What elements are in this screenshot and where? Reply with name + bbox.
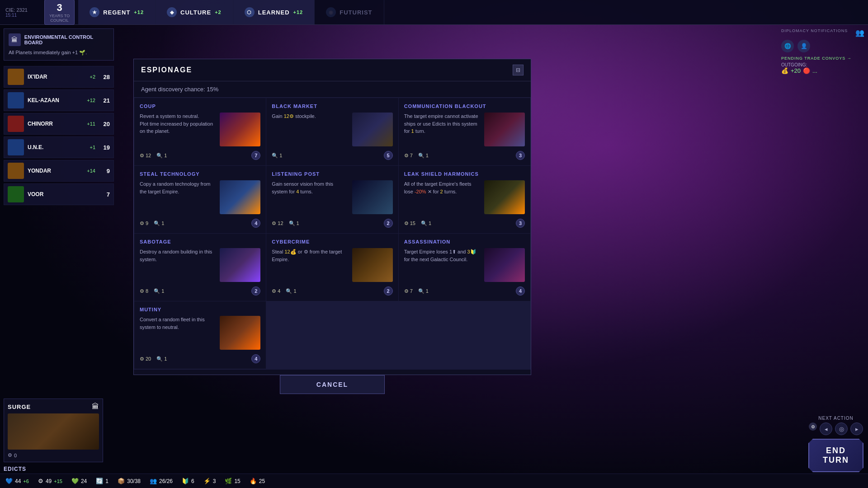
card-title-assassination: ASSASSINATION [404, 239, 525, 244]
card-image-sabotage [220, 248, 260, 282]
cost-gear-stealthech: ⚙9 [140, 221, 148, 226]
agent-icon: 🔍 [154, 221, 160, 226]
stat-val-8: 15 [234, 478, 240, 484]
card-desc-commblackout: The target empire cannot activate ships … [404, 113, 480, 146]
modal-footer: CANCEL [134, 369, 531, 399]
card-coup[interactable]: COUP Revert a system to neutral.Plot tim… [134, 98, 266, 165]
faction-name-ixidar: IX'IDAR [28, 74, 86, 80]
modal-close-button[interactable]: ⊟ [513, 65, 524, 75]
stat-icon-4: 📦 [118, 478, 125, 484]
cancel-button[interactable]: CANCEL [280, 375, 385, 394]
faction-name-kelazaan: KEL-AZAAN [28, 97, 83, 103]
card-desc-mutiny: Convert a random fleet in this system to… [140, 316, 215, 350]
card-footer-cybercrime: ⚙4 🔍1 2 [272, 286, 392, 296]
tab-learned[interactable]: ⬡ LEARNED +12 [233, 0, 315, 24]
faction-score-une: 19 [99, 144, 110, 151]
card-title-sabotage: SABOTAGE [140, 239, 260, 244]
card-body-mutiny: Convert a random fleet in this system to… [140, 316, 260, 350]
faction-item-yondar[interactable]: YONDAR +14 9 [4, 160, 114, 182]
action-target[interactable]: ◎ [835, 422, 848, 435]
cost-agent-coup: 🔍1 [156, 153, 167, 159]
card-commblackout[interactable]: COMMUNICATION BLACKOUT The target empire… [399, 98, 530, 165]
turn-number: 3 [49, 2, 70, 14]
cost-gear-mutiny: ⚙20 [140, 356, 151, 362]
card-image-leakshield [484, 180, 525, 214]
card-blackmarket[interactable]: BLACK MARKET Gain 12⚙ stockpile. 🔍1 5 [266, 98, 398, 165]
diplo-icon-2: 👤 [797, 40, 810, 52]
tab-futurist[interactable]: ◉ FUTURIST [315, 0, 384, 24]
card-sabotage[interactable]: SABOTAGE Destroy a random building in th… [134, 234, 266, 301]
people-icon: 👥 [855, 28, 864, 37]
card-title-leakshield: LEAK SHIELD HARMONICS [404, 171, 525, 177]
cie-time: 15:11 [5, 13, 35, 18]
bottom-left-panel: SURGE 🏛 ⚙ 0 EDICTS [4, 399, 103, 472]
action-nav-left[interactable]: ◂ [820, 422, 832, 435]
gear-icon: ⚙ [272, 288, 276, 294]
end-turn-button[interactable]: ENDTURN [808, 439, 863, 472]
tab-culture[interactable]: ◈ CULTURE +2 [156, 0, 233, 24]
cards-grid: COUP Revert a system to neutral.Plot tim… [134, 98, 531, 369]
cie-info: CIE: 2321 15:11 [0, 7, 41, 18]
card-level-commblackout: 3 [516, 151, 525, 160]
faction-item-chinorr[interactable]: CHINORR +11 20 [4, 113, 114, 135]
card-costs-assassination: ⚙7 🔍1 [404, 288, 429, 294]
faction-name-yondar: YONDAR [28, 168, 83, 174]
card-costs-sabotage: ⚙8 🔍1 [140, 288, 164, 294]
surge-panel: SURGE 🏛 ⚙ 0 [4, 399, 103, 462]
agent-icon: 🔍 [272, 153, 278, 159]
cost-agent-commblackout: 🔍1 [418, 153, 429, 159]
stat-icon-9: 🔥 [250, 478, 257, 484]
card-listening[interactable]: LISTENING POST Gain sensor vision from t… [266, 166, 398, 233]
gear-icon: ⚙ [404, 221, 409, 226]
card-assassination[interactable]: ASSASSINATION Target Empire loses 1⬆ and… [399, 234, 530, 301]
agent-icon: 🔍 [154, 288, 160, 294]
card-mutiny[interactable]: MUTINY Convert a random fleet in this sy… [134, 301, 266, 369]
faction-score-ixidar: 28 [99, 74, 110, 80]
card-image-coup [220, 113, 260, 146]
diplomacy-label: DIPLOMACY NOTIFICATIONS [781, 28, 848, 37]
culture-bonus: +2 [215, 9, 222, 15]
gear-icon: ⚙ [140, 153, 144, 159]
cost-gear-assassination: ⚙7 [404, 288, 413, 294]
card-img-inner-mutiny [220, 316, 260, 350]
faction-item-voor[interactable]: VOOR 7 [4, 183, 114, 205]
faction-item-kelazaan[interactable]: KEL-AZAAN +12 21 [4, 89, 114, 111]
gear-icon: ⚙ [140, 288, 144, 294]
card-body-assassination: Target Empire loses 1⬆ and 3🔰 for the ne… [404, 248, 525, 282]
faction-item-une[interactable]: U.N.E. +1 19 [4, 136, 114, 158]
bottom-bar: 💙 44 +6 ⚙ 49 +15 💚 24 🔄 1 📦 30/38 👥 26/2… [0, 474, 868, 488]
card-footer-stealthech: ⚙9 🔍1 4 [140, 219, 260, 228]
tab-regent[interactable]: ★ REGENT +12 [78, 0, 156, 24]
faction-avatar-chinorr [8, 116, 24, 132]
cost-gear-cybercrime: ⚙4 [272, 288, 280, 294]
card-stealthech[interactable]: STEAL TECHNOLOGY Copy a random technolog… [134, 166, 266, 233]
agent-icon: 🔍 [156, 153, 163, 159]
card-level-listening: 2 [384, 219, 393, 228]
agent-icon: 🔍 [418, 153, 425, 159]
nav-tabs: ★ REGENT +12 ◈ CULTURE +2 ⬡ LEARNED +12 … [78, 0, 868, 24]
diplo-icon-1: 🌐 [781, 40, 794, 52]
agent-icon: 🔍 [421, 221, 427, 226]
card-cybercrime[interactable]: CYBERCRIME Steal 12💰 or ⚙ from the targe… [266, 234, 398, 301]
card-body-commblackout: The target empire cannot activate ships … [404, 113, 525, 146]
next-action-label: NEXT ACTION [818, 416, 854, 421]
stat-val-1: 49 [46, 478, 52, 484]
faction-avatar-kelazaan [8, 92, 24, 108]
surge-image [8, 413, 99, 450]
card-title-mutiny: MUTINY [140, 307, 260, 312]
card-level-stealthech: 4 [251, 219, 260, 228]
cost-agent-listening: 🔍1 [289, 221, 299, 226]
cost-agent-mutiny: 🔍1 [156, 356, 167, 362]
faction-name-une: U.N.E. [28, 144, 86, 150]
stat-icon-5: 👥 [150, 478, 157, 484]
faction-item-ixidar[interactable]: IX'IDAR +2 28 [4, 66, 114, 88]
card-costs-leakshield: ⚙15 🔍1 [404, 221, 431, 226]
card-leakshield[interactable]: LEAK SHIELD HARMONICS All of the target … [399, 166, 530, 233]
agent-icon: 🔍 [286, 288, 292, 294]
card-desc-stealthech: Copy a random technology from the target… [140, 180, 215, 214]
card-costs-blackmarket: 🔍1 [272, 153, 282, 159]
action-nav-right[interactable]: ▸ [850, 422, 863, 435]
stat-val-2: 24 [81, 478, 87, 484]
stat-val-7: 3 [213, 478, 216, 484]
card-image-commblackout [484, 113, 525, 146]
